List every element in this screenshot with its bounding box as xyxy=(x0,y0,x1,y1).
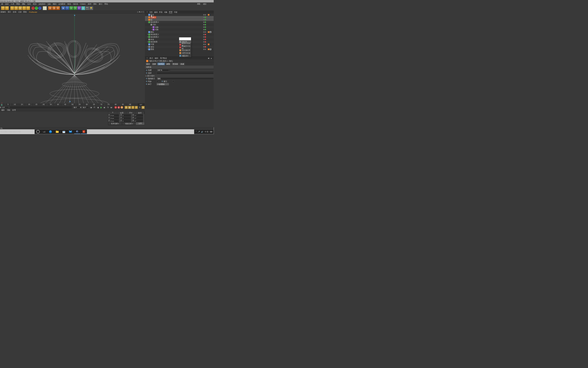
menu-layout[interactable]: 界面 xyxy=(196,3,201,5)
add-light-button[interactable]: 💡 xyxy=(89,6,93,10)
mat-menu-edit[interactable]: 编辑 xyxy=(1,109,5,111)
tree-row[interactable]: 宝石 xyxy=(145,14,214,16)
keyframe-sel-button[interactable]: ◑ xyxy=(120,106,123,109)
key-pos-button[interactable]: ✥ xyxy=(125,106,128,109)
mat-menu-texture[interactable]: 纹理 xyxy=(12,109,16,111)
vp-menu-filter[interactable]: 过滤 xyxy=(18,11,21,13)
menu-mograph[interactable]: 运动图形 xyxy=(57,3,66,5)
om-menu-objects[interactable]: 对象 xyxy=(164,11,167,13)
ppt-taskbar-icon[interactable]: P xyxy=(81,130,87,134)
tab-deformer[interactable]: 变形器 xyxy=(171,63,179,65)
om-menu-edit[interactable]: 编辑 xyxy=(154,11,157,13)
taskview-icon[interactable]: ▭▯ xyxy=(41,130,47,134)
ctx-object-center-to-axis[interactable]: 对象居中到轴 xyxy=(179,46,191,49)
record-button[interactable]: ● xyxy=(114,106,117,109)
range-start-handle[interactable]: ◂ xyxy=(0,106,1,108)
axis-z-toggle[interactable]: Z xyxy=(38,6,41,10)
windows-search-bar[interactable]: 在这里输入你要搜索的内容 xyxy=(0,129,214,134)
tab-coord[interactable]: 坐标 xyxy=(151,63,157,65)
tab-effector[interactable]: 效果器 xyxy=(157,63,165,65)
vp-move-icon[interactable]: ✥ xyxy=(139,11,140,13)
ctx-parent-align[interactable]: 使父级对齐 xyxy=(179,49,191,52)
tab-parameter[interactable]: 参数 xyxy=(165,63,171,65)
range-end-field[interactable]: 90 F xyxy=(73,106,80,109)
menu-file[interactable]: 建 xyxy=(0,3,4,5)
render-settings-button[interactable]: ▶ xyxy=(56,6,60,10)
tab-falloff[interactable]: 衰减 xyxy=(179,63,185,65)
tree-row[interactable]: +克隆 xyxy=(145,28,214,31)
key-pla-button[interactable]: ⠿ xyxy=(138,106,141,109)
ime-indicator[interactable]: 中 英 xyxy=(205,131,209,133)
mode-dropdown[interactable]: 随机 xyxy=(157,77,214,80)
vp-nav-icon[interactable]: ◇ xyxy=(137,11,138,13)
tray-keyboard-icon[interactable]: ⌨ xyxy=(210,131,212,133)
scale-tool[interactable]: ◼ xyxy=(18,6,22,10)
menu-script[interactable]: 脚本 xyxy=(92,3,98,5)
menu-window[interactable]: 窗口 xyxy=(98,3,103,5)
tray-volume-icon[interactable]: 🔊 xyxy=(201,131,203,133)
menu-animate[interactable]: 动画 xyxy=(26,3,32,5)
c4d-taskbar-icon[interactable] xyxy=(74,130,80,134)
mat-menu-function[interactable]: 功能 xyxy=(7,109,10,111)
menu-sculpt[interactable]: 雕刻 xyxy=(52,3,57,5)
am-menu-edit[interactable]: 编辑 xyxy=(155,57,158,59)
render-region-button[interactable]: ▣ xyxy=(52,6,56,10)
store-icon[interactable] xyxy=(61,130,67,134)
tray-mic-icon[interactable]: 🎤 xyxy=(198,131,200,133)
goto-end-button[interactable]: ⏭ xyxy=(110,106,113,109)
vp-zoom-icon[interactable]: ⤢ xyxy=(141,11,142,13)
size-Z-field[interactable]: 1 xyxy=(122,120,131,122)
scale-mode-dropdown[interactable]: 缩放比例 ▾ xyxy=(122,122,136,125)
am-nav-up-icon[interactable]: ▲ xyxy=(211,57,212,59)
add-environment-button[interactable]: ▦ xyxy=(81,6,85,10)
goto-next-key-button[interactable]: ↷ xyxy=(106,106,109,109)
mode-anim-dot[interactable] xyxy=(146,78,147,79)
rot-B-field[interactable]: 0 ° xyxy=(134,120,143,122)
am-nav-back-icon[interactable]: ◀ xyxy=(208,57,209,59)
om-menu-tags[interactable]: 标签 xyxy=(169,11,172,13)
tree-row[interactable]: -空白 xyxy=(145,24,214,26)
sync-anim-dot[interactable] xyxy=(146,80,147,82)
menu-character[interactable]: 角色 xyxy=(66,3,72,5)
key-anim-button[interactable]: ▤ xyxy=(142,106,145,109)
menu-plugins[interactable]: 插件 xyxy=(87,3,92,5)
tree-row[interactable]: +克隆 xyxy=(145,26,214,28)
pos-Z-field[interactable]: 0 cm xyxy=(110,120,119,122)
menu-mesh[interactable]: 网格 xyxy=(15,3,21,5)
next-frame-button[interactable]: ▶ xyxy=(103,106,106,109)
menu-pipeline[interactable]: 流水线 xyxy=(72,3,79,5)
prorender-label[interactable]: ProRender xyxy=(29,11,37,13)
key-param-button[interactable]: P xyxy=(135,106,138,109)
explorer-icon[interactable] xyxy=(54,130,60,134)
tree-row[interactable]: 圆柱▩ xyxy=(145,31,214,33)
strength-slider[interactable] xyxy=(170,70,214,71)
tab-basic[interactable]: 基本 xyxy=(145,63,151,65)
tree-row[interactable]: 随 xyxy=(145,18,214,21)
prev-frame-button[interactable]: ◀ xyxy=(96,106,99,109)
key-rot-button[interactable]: ○ xyxy=(131,106,134,109)
minmax-row[interactable]: ▸ 最小/最大 xyxy=(145,74,214,77)
world-coord-dropdown[interactable]: 世界坐标 ▾ xyxy=(108,122,122,125)
tree-row[interactable]: 随机.1 xyxy=(145,16,214,19)
vp-menu-panel[interactable]: 面板 xyxy=(23,11,27,13)
om-menu-view[interactable]: 查看 xyxy=(159,11,162,13)
add-cube-button[interactable]: ◼ xyxy=(61,6,65,10)
am-menu-userdata[interactable]: 用户数据 xyxy=(160,57,167,59)
selection-anim-dot[interactable] xyxy=(146,72,147,74)
redo-button[interactable]: ↷ xyxy=(5,6,9,10)
context-search-input[interactable] xyxy=(179,37,191,40)
viewport-3d[interactable]: 网格间距 : 10 cm -X xyxy=(0,14,145,109)
mail-icon[interactable] xyxy=(68,130,74,134)
ctx-align-to-parent[interactable]: 对齐到父级 xyxy=(179,52,191,54)
tray-up-icon[interactable]: ˄ xyxy=(196,131,197,133)
ctx-frame-view[interactable]: 视图居中 xyxy=(179,54,191,57)
render-view-button[interactable]: ▣ xyxy=(48,6,52,10)
rotate-tool[interactable]: ○ xyxy=(22,6,26,10)
seed-field[interactable]: <<多重值 xyxy=(157,83,169,85)
menu-help[interactable]: 帮助 xyxy=(103,3,109,5)
rot-H-field[interactable]: 0 ° xyxy=(134,114,143,117)
om-menu-file[interactable]: 文件 xyxy=(149,11,153,13)
strength-field[interactable]: 100 % xyxy=(157,69,169,71)
size-X-field[interactable]: 1 xyxy=(122,114,131,117)
menu-tools[interactable]: 工具 xyxy=(10,3,15,5)
